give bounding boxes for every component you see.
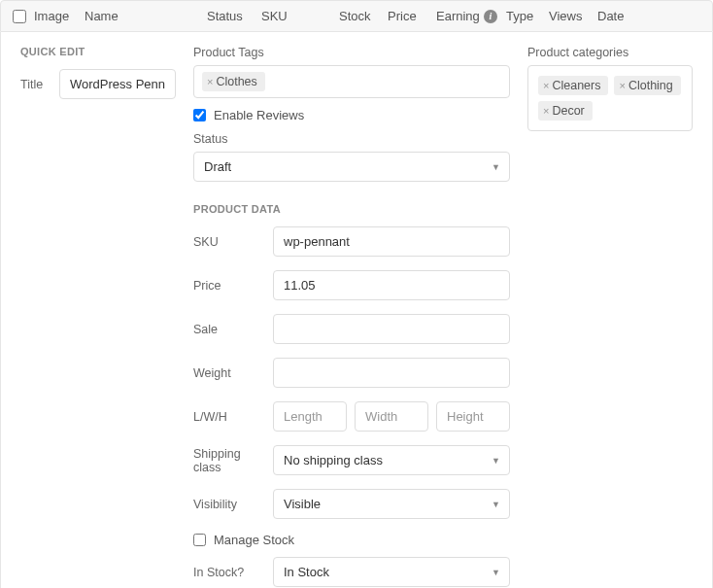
sku-label: SKU xyxy=(193,235,263,249)
visibility-select[interactable]: Visible xyxy=(273,489,510,519)
category-text: Clothing xyxy=(628,79,673,92)
status-select[interactable]: Draft xyxy=(193,152,510,182)
tag-remove-icon[interactable]: × xyxy=(619,80,625,91)
title-label: Title xyxy=(20,78,50,91)
col-type[interactable]: Type xyxy=(506,9,541,23)
sku-input[interactable] xyxy=(273,226,510,257)
width-input[interactable] xyxy=(355,401,428,432)
tag-remove-icon[interactable]: × xyxy=(543,80,549,91)
tag-remove-icon[interactable]: × xyxy=(543,105,549,117)
col-sku[interactable]: SKU xyxy=(261,9,331,23)
sale-label: Sale xyxy=(193,323,263,336)
col-earning-label: Earning xyxy=(436,9,480,23)
manage-stock-label: Manage Stock xyxy=(214,533,294,547)
tag-text: Clothes xyxy=(216,75,256,88)
dimensions-label: L/W/H xyxy=(193,410,263,424)
category-text: Decor xyxy=(552,104,584,118)
price-input[interactable] xyxy=(273,270,510,300)
product-categories-box[interactable]: × Cleaners × Clothing × Decor xyxy=(527,65,693,131)
category-chip: × Cleaners xyxy=(538,76,608,95)
sale-input[interactable] xyxy=(273,314,510,344)
col-status[interactable]: Status xyxy=(207,9,254,23)
manage-stock-checkbox[interactable] xyxy=(193,534,206,546)
col-earning[interactable]: Earning i xyxy=(436,9,498,23)
quick-edit-label: QUICK EDIT xyxy=(20,46,176,57)
height-input[interactable] xyxy=(436,401,510,432)
col-date[interactable]: Date xyxy=(597,9,632,23)
tag-remove-icon[interactable]: × xyxy=(207,76,213,87)
col-views[interactable]: Views xyxy=(549,9,590,23)
shipping-class-label: Shipping class xyxy=(193,447,263,474)
status-label: Status xyxy=(193,132,510,146)
weight-label: Weight xyxy=(193,366,263,380)
title-input[interactable] xyxy=(59,69,176,99)
category-text: Cleaners xyxy=(552,79,600,92)
in-stock-label: In Stock? xyxy=(193,566,263,579)
enable-reviews-label: Enable Reviews xyxy=(214,108,304,122)
product-tags-input[interactable]: × Clothes xyxy=(193,65,510,98)
col-price[interactable]: Price xyxy=(388,9,428,23)
product-tags-label: Product Tags xyxy=(193,46,510,59)
shipping-class-select[interactable]: No shipping class xyxy=(273,445,510,475)
table-header: Image Name Status SKU Stock Price Earnin… xyxy=(0,0,713,32)
col-image[interactable]: Image xyxy=(34,9,77,23)
product-categories-label: Product categories xyxy=(527,46,693,59)
select-all-checkbox[interactable] xyxy=(13,10,26,23)
quick-edit-panel: QUICK EDIT Title Product Tags × Clothes … xyxy=(0,32,713,588)
in-stock-select[interactable]: In Stock xyxy=(273,557,510,587)
tag-chip: × Clothes xyxy=(202,72,265,91)
length-input[interactable] xyxy=(273,401,347,432)
col-stock[interactable]: Stock xyxy=(339,9,380,23)
visibility-label: Visibility xyxy=(193,498,263,511)
price-label: Price xyxy=(193,279,263,293)
category-chip: × Clothing xyxy=(614,76,680,95)
enable-reviews-checkbox[interactable] xyxy=(193,109,206,121)
info-icon: i xyxy=(484,10,497,23)
col-name[interactable]: Name xyxy=(85,9,199,23)
category-chip: × Decor xyxy=(538,101,593,121)
product-data-label: PRODUCT DATA xyxy=(193,203,510,215)
weight-input[interactable] xyxy=(273,358,510,388)
